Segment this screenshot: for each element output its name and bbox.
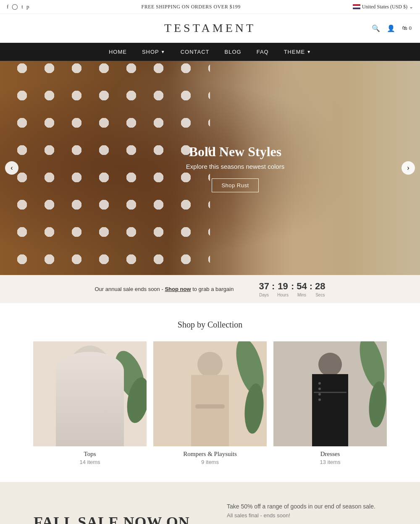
hero-prev-button[interactable]: ‹ xyxy=(5,161,18,175)
top-bar: f ◯ t p FREE SHIPPING ON ORDERS OVER $19… xyxy=(0,0,420,14)
shipping-notice: FREE SHIPPING ON ORDERS OVER $199 xyxy=(141,4,240,10)
fall-sale-banner: FALL SALE NOW ON Take 50% off a range of… xyxy=(0,482,420,524)
svg-point-17 xyxy=(318,388,321,390)
nav-faq[interactable]: FAQ xyxy=(257,43,269,61)
countdown-sep-3: : xyxy=(309,281,313,292)
shop-chevron-icon: ▼ xyxy=(161,50,165,54)
collections-section: Shop by Collection Tops 14 items xyxy=(0,303,420,482)
flag-icon xyxy=(353,4,360,9)
svg-point-18 xyxy=(318,393,321,396)
svg-point-1 xyxy=(60,346,119,446)
account-icon[interactable]: 👤 xyxy=(387,24,395,32)
nav-contact[interactable]: CONTACT xyxy=(181,43,210,61)
collection-name-tops: Tops xyxy=(33,451,147,458)
header: TESTAMENT 🔍 👤 🛍 0 xyxy=(0,14,420,43)
collection-name-dresses: Dresses xyxy=(273,451,387,458)
collection-count-tops: 14 items xyxy=(33,459,147,465)
collection-image-dresses xyxy=(273,341,387,446)
svg-point-7 xyxy=(197,352,223,377)
main-nav: HOME SHOP ▼ CONTACT BLOG FAQ THEME ▼ xyxy=(0,43,420,61)
svg-point-16 xyxy=(318,382,321,385)
collection-count-dresses: 13 items xyxy=(273,459,387,465)
svg-rect-3 xyxy=(67,400,113,446)
collection-item-dresses[interactable]: Dresses 13 items xyxy=(273,341,387,465)
cart-icon[interactable]: 🛍 0 xyxy=(402,25,412,31)
country-chevron-icon: ⌄ xyxy=(409,4,413,10)
countdown-secs: 28 Secs xyxy=(315,281,325,297)
ticker-suffix: to grab a bargain xyxy=(192,286,234,292)
search-icon[interactable]: 🔍 xyxy=(372,24,380,32)
nav-blog[interactable]: BLOG xyxy=(225,43,242,61)
shop-now-link[interactable]: Shop now xyxy=(165,286,191,292)
countdown-hours: 19 Hours xyxy=(277,281,289,297)
hero-next-button[interactable]: › xyxy=(402,161,415,175)
theme-chevron-icon: ▼ xyxy=(307,50,311,54)
country-label: United States (USD $) xyxy=(362,4,407,10)
fall-sale-description: Take 50% off a range of goods in our end… xyxy=(227,503,386,510)
svg-point-2 xyxy=(75,352,105,381)
countdown-sep-1: : xyxy=(271,281,276,292)
collection-grid: Tops 14 items Rompers & Playsuits 9 item… xyxy=(8,341,412,465)
ticker-message: Our annual sale ends soon - Shop now to … xyxy=(94,286,234,292)
collections-title: Shop by Collection xyxy=(8,320,412,330)
fall-sale-right: Take 50% off a range of goods in our end… xyxy=(227,503,386,524)
countdown-timer: 37 Days : 19 Hours : 54 Mins : 28 Secs xyxy=(259,281,325,297)
svg-point-19 xyxy=(318,398,321,401)
twitter-icon[interactable]: t xyxy=(21,3,23,10)
collection-image-rompers xyxy=(153,341,267,446)
cart-count: 0 xyxy=(409,25,412,31)
hero-content: Bold New Styles Explore this seasons new… xyxy=(186,144,284,192)
countdown-days: 37 Days xyxy=(259,281,269,297)
fall-sale-title: FALL SALE NOW ON xyxy=(34,514,193,524)
collection-item-tops[interactable]: Tops 14 items xyxy=(33,341,147,465)
hero-cta-button[interactable]: Shop Rust xyxy=(212,178,258,192)
nav-theme[interactable]: THEME ▼ xyxy=(284,43,311,61)
pinterest-icon[interactable]: p xyxy=(26,3,29,10)
nav-home[interactable]: HOME xyxy=(109,43,127,61)
collection-image-tops xyxy=(33,341,147,446)
hero-banner: ‹ Bold New Styles Explore this seasons n… xyxy=(0,61,420,275)
countdown-mins: 54 Mins xyxy=(297,281,307,297)
country-selector[interactable]: United States (USD $) ⌄ xyxy=(353,4,413,10)
svg-rect-14 xyxy=(312,374,348,446)
fall-sale-subdescription: All sales final - ends soon! xyxy=(227,512,386,519)
hero-polka-pattern xyxy=(0,61,210,275)
hero-title: Bold New Styles xyxy=(186,144,284,160)
collection-item-rompers[interactable]: Rompers & Playsuits 9 items xyxy=(153,341,267,465)
collection-name-rompers: Rompers & Playsuits xyxy=(153,451,267,458)
nav-shop[interactable]: SHOP ▼ xyxy=(142,43,165,61)
svg-rect-15 xyxy=(314,392,346,393)
sale-ticker: Our annual sale ends soon - Shop now to … xyxy=(0,275,420,303)
svg-rect-9 xyxy=(195,404,225,409)
facebook-icon[interactable]: f xyxy=(7,3,8,10)
social-icons: f ◯ t p xyxy=(7,3,29,10)
hero-subtitle: Explore this seasons newest colors xyxy=(186,163,284,170)
header-icons: 🔍 👤 🛍 0 xyxy=(372,24,412,32)
collection-count-rompers: 9 items xyxy=(153,459,267,465)
svg-point-13 xyxy=(318,353,342,376)
ticker-text: Our annual sale ends soon - xyxy=(94,286,163,292)
svg-rect-8 xyxy=(191,375,229,446)
site-logo[interactable]: TESTAMENT xyxy=(164,21,256,35)
instagram-icon[interactable]: ◯ xyxy=(12,3,18,10)
countdown-sep-2: : xyxy=(290,281,295,292)
